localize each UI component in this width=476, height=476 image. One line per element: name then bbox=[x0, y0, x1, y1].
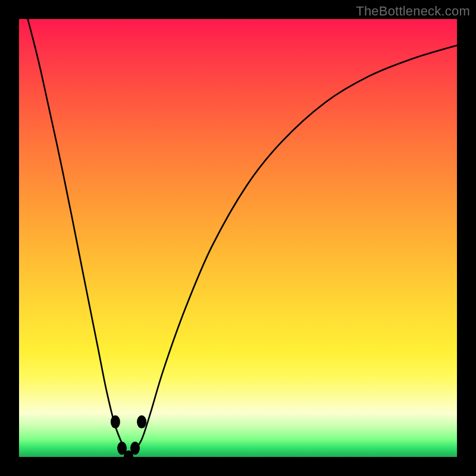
highlight-dot bbox=[111, 415, 120, 428]
chart-area bbox=[19, 19, 457, 457]
watermark-text: TheBottleneck.com bbox=[356, 4, 470, 19]
bottleneck-curve-svg bbox=[19, 19, 457, 457]
highlight-dot bbox=[130, 441, 140, 455]
bottleneck-curve-path bbox=[28, 19, 457, 457]
highlight-dot bbox=[137, 415, 146, 428]
